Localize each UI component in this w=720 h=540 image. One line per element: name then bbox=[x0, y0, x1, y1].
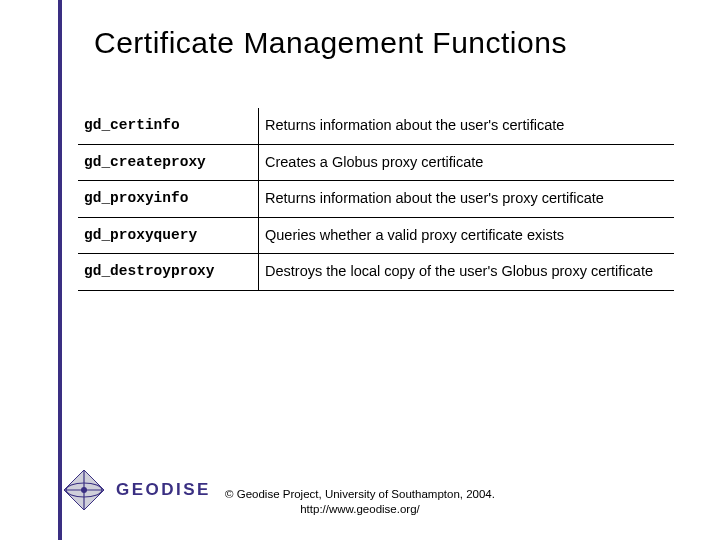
table-row: gd_destroyproxy Destroys the local copy … bbox=[78, 254, 674, 291]
table-row: gd_proxyinfo Returns information about t… bbox=[78, 181, 674, 218]
fn-desc: Returns information about the user's cer… bbox=[259, 108, 675, 144]
fn-name: gd_createproxy bbox=[78, 144, 259, 181]
fn-desc: Returns information about the user's pro… bbox=[259, 181, 675, 218]
footer-line-1: © Geodise Project, University of Southam… bbox=[0, 487, 720, 503]
slide-title: Certificate Management Functions bbox=[94, 26, 674, 60]
fn-desc: Destroys the local copy of the user's Gl… bbox=[259, 254, 675, 291]
fn-name: gd_proxyinfo bbox=[78, 181, 259, 218]
fn-desc: Queries whether a valid proxy certificat… bbox=[259, 217, 675, 254]
fn-desc: Creates a Globus proxy certificate bbox=[259, 144, 675, 181]
functions-table: gd_certinfo Returns information about th… bbox=[78, 108, 674, 291]
table-row: gd_certinfo Returns information about th… bbox=[78, 108, 674, 144]
fn-name: gd_certinfo bbox=[78, 108, 259, 144]
footer: © Geodise Project, University of Southam… bbox=[0, 487, 720, 518]
table-row: gd_createproxy Creates a Globus proxy ce… bbox=[78, 144, 674, 181]
fn-name: gd_proxyquery bbox=[78, 217, 259, 254]
side-rule bbox=[58, 0, 62, 540]
fn-name: gd_destroyproxy bbox=[78, 254, 259, 291]
footer-line-2: http://www.geodise.org/ bbox=[0, 502, 720, 518]
table-row: gd_proxyquery Queries whether a valid pr… bbox=[78, 217, 674, 254]
